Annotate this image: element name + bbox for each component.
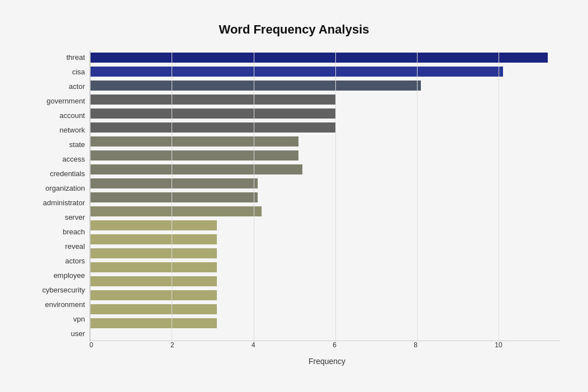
bar	[90, 150, 298, 160]
bar-row	[90, 177, 560, 190]
y-label: environment	[45, 298, 85, 311]
y-label: cisa	[72, 65, 85, 79]
y-label: employee	[54, 269, 85, 282]
bar	[90, 206, 262, 216]
bar-row	[90, 317, 560, 330]
y-label: government	[46, 95, 85, 108]
bar-row	[90, 107, 560, 120]
bar-row	[90, 233, 560, 246]
bar	[90, 276, 217, 286]
bar	[90, 290, 217, 300]
bar	[90, 262, 217, 272]
y-label: breach	[63, 225, 85, 239]
y-label: access	[63, 153, 85, 166]
y-label: actors	[65, 254, 85, 268]
grid-line	[499, 50, 499, 341]
grid-line	[417, 50, 418, 341]
y-label: reveal	[65, 240, 85, 253]
bar-row	[90, 149, 560, 162]
bar-row	[90, 303, 560, 316]
bar	[90, 81, 421, 91]
bar-row	[90, 191, 560, 204]
y-label: threat	[67, 51, 85, 64]
grid-line	[254, 50, 254, 341]
x-axis-label: Frequency	[94, 357, 560, 366]
bar	[90, 122, 335, 133]
bar-row	[90, 93, 560, 106]
x-tick: 8	[414, 341, 418, 349]
bar-row	[90, 51, 560, 64]
grid-line	[90, 50, 91, 341]
bar-row	[90, 79, 560, 92]
x-axis: 0246810	[94, 341, 560, 352]
x-tick: 0	[89, 341, 93, 349]
y-label: server	[65, 211, 85, 224]
bar	[90, 95, 335, 105]
bar	[90, 136, 298, 147]
bar	[90, 318, 217, 328]
y-label: organization	[45, 182, 85, 195]
y-label: account	[59, 109, 85, 122]
bar	[90, 220, 217, 230]
y-label: user	[71, 327, 85, 341]
x-tick: 10	[495, 341, 502, 349]
grid-line	[172, 50, 172, 341]
bars-area	[89, 50, 560, 341]
bar	[90, 67, 503, 77]
x-tick: 4	[252, 341, 255, 349]
chart-container: Word Frequency Analysis threatcisaactorg…	[11, 11, 577, 392]
y-label: administrator	[43, 196, 85, 210]
bar	[90, 304, 217, 314]
bar	[90, 248, 217, 258]
bar	[90, 108, 335, 119]
x-tick: 6	[333, 341, 336, 349]
chart-title: Word Frequency Analysis	[28, 22, 560, 37]
bar	[90, 234, 217, 244]
bar-row	[90, 135, 560, 148]
bar-row	[90, 261, 560, 274]
x-tick: 2	[170, 341, 174, 349]
y-label: cybersecurity	[42, 284, 85, 297]
y-axis: threatcisaactorgovernmentaccountnetworks…	[28, 50, 89, 341]
y-label: network	[59, 124, 85, 137]
bar	[90, 164, 302, 174]
bar-row	[90, 289, 560, 302]
bar-row	[90, 163, 560, 176]
bar-row	[90, 205, 560, 218]
y-label: vpn	[73, 313, 85, 326]
bar-row	[90, 219, 560, 232]
bar	[90, 192, 258, 202]
bar-row	[90, 65, 560, 78]
bar	[90, 53, 548, 63]
y-label: actor	[69, 80, 85, 93]
bar	[90, 178, 258, 188]
bar-row	[90, 247, 560, 260]
bar-row	[90, 275, 560, 288]
y-label: credentials	[50, 167, 85, 181]
y-label: state	[69, 138, 85, 152]
bar-row	[90, 121, 560, 134]
grid-line	[335, 50, 336, 341]
